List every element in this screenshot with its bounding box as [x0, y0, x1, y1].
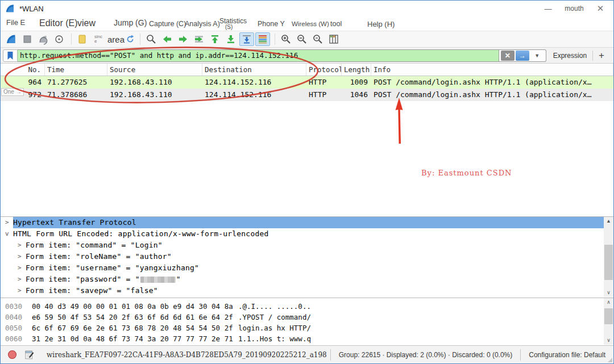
go-forward-button[interactable]: [176, 32, 190, 46]
hex-bytes: e6 59 50 4f 53 54 20 2f 63 6f 6d 6d 61 6…: [32, 312, 233, 323]
details-row[interactable]: >Form item: "roleName" = "author": [1, 251, 604, 262]
expert-info-icon[interactable]: [8, 350, 16, 359]
column-header-info[interactable]: Info: [371, 64, 613, 76]
go-to-packet-button[interactable]: [192, 32, 206, 46]
open-file-button[interactable]: [75, 32, 90, 46]
zoom-out-button[interactable]: [294, 32, 309, 46]
restart-capture-button[interactable]: [36, 32, 51, 46]
profile-label[interactable]: Configuration file: Default: [524, 351, 613, 359]
capture-comment-icon[interactable]: [24, 350, 34, 360]
expand-arrow-icon[interactable]: >: [18, 274, 26, 285]
packet-bytes-pane: 003000 40 d3 49 00 00 01 01 08 0a 0b e9 …: [1, 298, 613, 345]
details-row[interactable]: >Hypertext Transfer Protocol: [1, 217, 604, 228]
green-left-arrow-icon: [161, 34, 173, 45]
menu-item-editor-e[interactable]: Editor (E): [39, 18, 78, 28]
column-header-destination[interactable]: Destination: [202, 64, 306, 76]
expand-arrow-icon[interactable]: >: [5, 217, 13, 228]
hex-bytes: 6c 6f 67 69 6e 2e 61 73 68 78 20 48 54 5…: [32, 323, 233, 333]
conversation-first-marker: One →: [1, 88, 24, 96]
scroll-up-icon[interactable]: ▲: [604, 217, 613, 225]
filter-bookmark-button[interactable]: [3, 49, 18, 62]
apply-filter-button[interactable]: →: [516, 51, 529, 61]
menu-item-view[interactable]: view: [77, 18, 96, 28]
hex-offset: 0040: [5, 312, 22, 323]
menu-item-statistics[interactable]: Statistics(S): [219, 18, 247, 30]
menu-item-tool[interactable]: tool: [330, 20, 342, 28]
start-capture-button[interactable]: [4, 32, 19, 46]
column-header-source[interactable]: Source: [107, 64, 202, 76]
scroll-down-icon[interactable]: ∨: [604, 288, 613, 297]
reload-label: area: [107, 35, 125, 44]
main-toolbar: sinc e area: [1, 31, 613, 48]
expand-arrow-icon[interactable]: >: [18, 285, 26, 296]
menu-item-phone-y[interactable]: Phone Y: [258, 20, 285, 28]
maximize-button[interactable]: mouth: [561, 5, 587, 12]
expand-arrow-icon[interactable]: >: [18, 240, 26, 251]
go-back-button[interactable]: [160, 32, 175, 46]
scrollbar-thumb[interactable]: [604, 308, 613, 324]
add-filter-button[interactable]: +: [599, 50, 604, 61]
menu-item-help-h[interactable]: Help (H): [367, 20, 395, 28]
colorize-toggle[interactable]: [255, 32, 270, 46]
packet-row-964[interactable]: 96471.277625192.168.43.110124.114.152.11…: [1, 76, 613, 89]
column-header-length[interactable]: Length: [342, 64, 371, 76]
bookmark-icon: [7, 51, 14, 60]
green-right-arrow-icon: [177, 34, 189, 45]
display-filter-input[interactable]: [18, 49, 499, 62]
details-row[interactable]: vHTML Form URL Encoded: application/x-ww…: [1, 228, 604, 240]
go-to-last-button[interactable]: [223, 32, 238, 46]
menu-item-file-e[interactable]: File E: [6, 18, 25, 27]
column-header-time[interactable]: Time: [45, 64, 107, 76]
zoom-original-button[interactable]: [310, 32, 325, 46]
scrollbar-thumb[interactable]: [604, 245, 613, 280]
details-row[interactable]: >Form item: "password" = "": [1, 274, 604, 285]
reload-file-button[interactable]: area: [107, 32, 135, 46]
go-to-first-button[interactable]: [208, 32, 222, 46]
packet-row-972[interactable]: 97271.378686192.168.43.110124.114.152.11…: [1, 89, 613, 101]
details-row[interactable]: >Form item: "savepw" = "false": [1, 285, 604, 296]
hex-row-0040[interactable]: 0040e6 59 50 4f 53 54 20 2f 63 6f 6d 6d …: [1, 312, 613, 323]
auto-scroll-toggle[interactable]: [239, 32, 254, 46]
menu-item-capture-c[interactable]: Capture (C): [149, 20, 186, 28]
hex-row-0030[interactable]: 003000 40 d3 49 00 00 01 01 08 0a 0b e9 …: [1, 301, 613, 312]
menu-item-jump-g[interactable]: Jump (G): [114, 18, 147, 27]
hex-row-0060[interactable]: 006031 2e 31 0d 0a 48 6f 73 74 3a 20 77 …: [1, 333, 613, 344]
capture-options-button[interactable]: [52, 32, 67, 46]
resize-columns-button[interactable]: [326, 32, 341, 46]
menu-item-analysis-a[interactable]: Analysis A): [185, 20, 220, 28]
details-text: Form item: "command" = "Login": [26, 240, 163, 251]
packet-cell: 192.168.43.110: [107, 89, 202, 101]
packet-cell: 124.114.152.116: [202, 76, 306, 89]
expand-arrow-icon[interactable]: >: [18, 262, 26, 274]
clear-filter-button[interactable]: ✕: [501, 51, 515, 61]
details-scrollbar[interactable]: ▲ ∨: [604, 217, 613, 297]
hex-ascii: login.as hx HTTP/: [238, 323, 311, 333]
filter-bar-divider: [592, 51, 593, 61]
minimize-button[interactable]: —: [535, 5, 561, 13]
details-row[interactable]: >Form item: "username" = "yangxiuzhang": [1, 262, 604, 274]
menu-item-wireless-w[interactable]: Wireless (W): [292, 20, 329, 27]
details-row[interactable]: >Form item: "command" = "Login": [1, 240, 604, 251]
refresh-icon: [125, 34, 135, 44]
collapse-arrow-icon[interactable]: v: [5, 228, 13, 240]
expand-arrow-icon[interactable]: >: [18, 251, 26, 262]
statusbar-divider: [520, 349, 521, 361]
column-header-protocol[interactable]: Protocol: [306, 64, 342, 76]
bytes-scrollbar[interactable]: ∧ ∨: [604, 298, 613, 345]
hex-offset: 0030: [5, 301, 22, 312]
save-file-button[interactable]: sinc e: [91, 32, 106, 46]
hex-ascii: .YPOST / command/: [238, 312, 311, 323]
scroll-down-icon[interactable]: ∨: [604, 336, 613, 345]
details-text: Form item: "savepw" = "false": [26, 285, 158, 296]
find-packet-button[interactable]: [144, 32, 159, 46]
filter-dropdown-button[interactable]: ▼: [530, 51, 544, 61]
expression-button[interactable]: Expression: [553, 52, 587, 60]
zoom-in-button[interactable]: [279, 32, 293, 46]
stop-capture-button[interactable]: [20, 32, 35, 46]
hex-row-0050[interactable]: 00506c 6f 67 69 6e 2e 61 73 68 78 20 48 …: [1, 323, 613, 333]
scroll-up-icon[interactable]: ∧: [604, 298, 613, 307]
packet-cell: HTTP: [306, 76, 342, 89]
packet-list-header[interactable]: No.TimeSourceDestinationProtocolLengthIn…: [1, 64, 613, 76]
column-header-no[interactable]: No.: [1, 64, 45, 76]
close-button[interactable]: ✕: [587, 3, 613, 14]
